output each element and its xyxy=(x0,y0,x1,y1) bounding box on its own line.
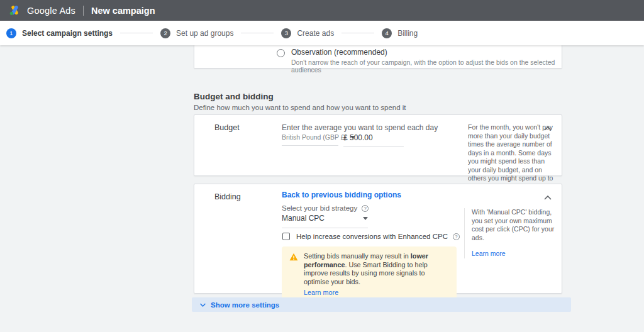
warning-triangle-icon xyxy=(289,253,298,261)
warning-learn-more-link[interactable]: Learn more xyxy=(304,289,338,297)
section-title: Budget and bidding xyxy=(194,92,274,101)
bid-strategy-select[interactable]: Manual CPC xyxy=(282,214,368,228)
chevron-up-icon xyxy=(543,126,552,131)
observation-label: Observation (recommended) xyxy=(291,48,562,57)
enhanced-cpc-checkbox[interactable] xyxy=(282,233,290,240)
page-title: New campaign xyxy=(91,6,155,16)
chevron-up-icon xyxy=(543,195,552,201)
step-billing[interactable]: 4 Billing xyxy=(382,28,418,38)
google-ads-logo-icon xyxy=(9,5,21,16)
bidding-card: Bidding Back to previous bidding options… xyxy=(194,184,562,294)
budget-card: Budget Enter the average you want to spe… xyxy=(194,114,562,176)
step-1-circle: 1 xyxy=(6,28,16,38)
bid-strategy-label: Select your bid strategy xyxy=(282,204,357,212)
bid-strategy-selected-value: Manual CPC xyxy=(282,214,325,223)
enhanced-cpc-help-icon[interactable]: ? xyxy=(453,233,460,240)
budget-label: Budget xyxy=(214,123,240,132)
bidding-info-text: With 'Manual CPC' bidding, you set your … xyxy=(472,208,554,241)
step-3-label: Create ads xyxy=(297,29,334,38)
enhanced-cpc-row: Help increase conversions with Enhanced … xyxy=(282,233,460,240)
app-header: Google Ads New campaign xyxy=(0,0,644,21)
step-create-ads[interactable]: 3 Create ads xyxy=(281,28,334,38)
budget-collapse-button[interactable] xyxy=(543,123,553,130)
step-connector xyxy=(120,33,153,33)
currency-selected-value: British Pound (GBP £) xyxy=(282,133,347,141)
observation-option[interactable]: Observation (recommended) Don't narrow t… xyxy=(277,48,562,74)
budget-info-panel: For the month, you won't pay more than y… xyxy=(468,123,557,191)
bidding-info-panel: With 'Manual CPC' bidding, you set your … xyxy=(464,208,560,258)
currency-select[interactable]: British Pound (GBP £) xyxy=(282,133,338,146)
observation-texts: Observation (recommended) Don't narrow t… xyxy=(291,48,562,74)
step-4-circle: 4 xyxy=(382,28,392,38)
show-more-settings-label: Show more settings xyxy=(211,301,279,309)
warning-text: Setting bids manually may result in lowe… xyxy=(304,252,449,297)
back-to-bidding-options-link[interactable]: Back to previous bidding options xyxy=(282,191,401,199)
budget-prompt: Enter the average you want to spend each… xyxy=(282,123,438,132)
budget-info-text: For the month, you won't pay more than y… xyxy=(468,123,553,191)
caret-down-icon xyxy=(363,217,368,220)
enhanced-cpc-label: Help increase conversions with Enhanced … xyxy=(296,233,448,240)
warning-text-pre: Setting bids manually may result in xyxy=(304,252,411,260)
header-divider xyxy=(83,6,84,16)
step-connector xyxy=(241,33,274,33)
observation-description: Don't narrow the reach of your campaign,… xyxy=(291,58,562,74)
step-set-up-ad-groups[interactable]: 2 Set up ad groups xyxy=(160,28,233,38)
bid-strategy-label-row: Select your bid strategy ? xyxy=(282,204,369,212)
step-2-label: Set up ad groups xyxy=(176,29,233,38)
brand-name: Google Ads xyxy=(27,6,75,16)
bidding-collapse-button[interactable] xyxy=(543,192,553,199)
step-connector xyxy=(341,33,374,33)
bidding-learn-more-link[interactable]: Learn more xyxy=(472,250,506,258)
section-subtitle: Define how much you want to spend and ho… xyxy=(194,104,406,111)
campaign-stepper: 1 Select campaign settings 2 Set up ad g… xyxy=(0,21,644,45)
observation-radio[interactable] xyxy=(277,49,285,57)
bidding-label: Bidding xyxy=(214,192,241,201)
bid-strategy-help-icon[interactable]: ? xyxy=(362,205,369,212)
step-3-circle: 3 xyxy=(281,28,291,38)
step-4-label: Billing xyxy=(397,29,418,38)
step-2-circle: 2 xyxy=(160,28,170,38)
step-1-label: Select campaign settings xyxy=(22,29,113,38)
chevron-down-icon xyxy=(199,302,206,307)
daily-budget-input[interactable]: £ 500.00 xyxy=(343,133,404,147)
manual-bidding-warning: Setting bids manually may result in lowe… xyxy=(282,246,457,302)
audiences-card-partial: Observation (recommended) Don't narrow t… xyxy=(194,45,562,69)
show-more-settings-button[interactable]: Show more settings xyxy=(192,297,571,312)
step-select-campaign-settings[interactable]: 1 Select campaign settings xyxy=(6,28,113,38)
